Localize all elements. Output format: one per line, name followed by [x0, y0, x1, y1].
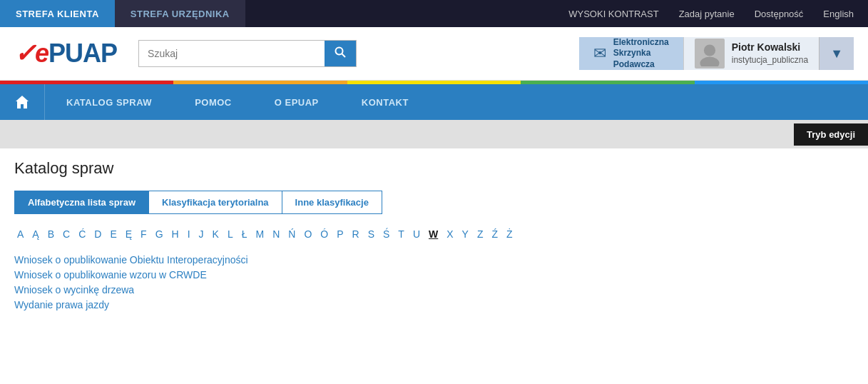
alpha-Ó[interactable]: Ó [317, 227, 331, 241]
logo[interactable]: ✓ePUAP [14, 39, 117, 69]
svg-point-2 [704, 44, 715, 56]
user-role: instytucja_publiczna [732, 54, 808, 66]
content-area: Tryb edycji Katalog spraw Alfabetyczna l… [0, 120, 868, 321]
alpha-Ę[interactable]: Ę [123, 227, 135, 241]
mailbox-icon: ✉ [593, 44, 606, 63]
alpha-Ł[interactable]: Ł [239, 227, 250, 241]
nav-kontakt[interactable]: KONTAKT [340, 84, 430, 120]
nav-katalog-spraw[interactable]: KATALOG SPRAW [45, 84, 173, 120]
mailbox-line1: Elektroniczna [613, 37, 669, 49]
alpha-H[interactable]: H [169, 227, 182, 241]
header-right: ✉ Elektroniczna Skrzynka Podawcza Piotr … [579, 37, 854, 71]
svg-marker-4 [16, 96, 29, 108]
edit-mode-button[interactable]: Tryb edycji [794, 123, 868, 146]
wysoki-kontrast-link[interactable]: WYSOKI KONTRAST [568, 9, 658, 19]
alpha-W[interactable]: W [426, 227, 441, 241]
tabs: Alfabetyczna lista spraw Klasyfikacja te… [14, 191, 854, 214]
top-bar-right: WYSOKI KONTRAST Zadaj pytanie Dostępność… [568, 0, 868, 27]
list-item[interactable]: Wydanie prawa jazdy [14, 299, 854, 310]
nav-o-epuap[interactable]: O ePUAP [253, 84, 340, 120]
search-input[interactable] [139, 42, 325, 65]
alpha-X[interactable]: X [444, 227, 456, 241]
nav-pomoc[interactable]: POMOC [173, 84, 253, 120]
alpha-I[interactable]: I [185, 227, 193, 241]
mailbox-line2: Skrzynka [613, 48, 669, 59]
alpha-N[interactable]: N [270, 227, 282, 241]
alpha-O[interactable]: O [301, 227, 315, 241]
english-link[interactable]: English [823, 9, 854, 19]
avatar-icon [697, 41, 723, 66]
header: ✓ePUAP ✉ Elektroniczna Skrzynka Podawcza [0, 27, 868, 81]
alpha-Ć[interactable]: Ć [76, 227, 88, 241]
tab-terytorialna[interactable]: Klasyfikacja terytorialna [149, 191, 282, 214]
alpha-B[interactable]: B [45, 227, 57, 241]
alpha-D[interactable]: D [91, 227, 104, 241]
alpha-Ń[interactable]: Ń [285, 227, 298, 241]
zadaj-pytanie-link[interactable]: Zadaj pytanie [679, 9, 735, 19]
alpha-A[interactable]: A [14, 227, 26, 241]
alpha-F[interactable]: F [138, 227, 150, 241]
tab-strefa-urzednika[interactable]: STREFA URZĘDNIKA [115, 0, 245, 27]
alpha-K[interactable]: K [210, 227, 222, 241]
main-nav: KATALOG SPRAW POMOC O ePUAP KONTAKT [0, 84, 868, 120]
top-bar: STREFA KLIENTA STREFA URZĘDNIKA WYSOKI K… [0, 0, 868, 27]
search-button[interactable] [325, 41, 356, 66]
logo-e: ✓e [14, 39, 48, 68]
mailbox-line3: Podawcza [613, 59, 669, 71]
list-item[interactable]: Wniosek o opublikowanie wzoru w CRWDE [14, 269, 854, 281]
alpha-T[interactable]: T [395, 227, 407, 241]
tab-alfabetyczna[interactable]: Alfabetyczna lista spraw [14, 191, 149, 214]
alpha-J[interactable]: J [196, 227, 207, 241]
avatar [695, 39, 725, 69]
alpha-Z[interactable]: Z [474, 227, 486, 241]
logo-text: ✓ePUAP [14, 39, 117, 69]
alpha-S[interactable]: S [365, 227, 377, 241]
search-icon [335, 46, 346, 58]
svg-point-0 [336, 48, 343, 55]
search-box [138, 40, 357, 67]
alpha-L[interactable]: L [225, 227, 236, 241]
alpha-P[interactable]: P [334, 227, 346, 241]
user-name: Piotr Kowalski [732, 41, 808, 55]
alpha-U[interactable]: U [410, 227, 423, 241]
alpha-R[interactable]: R [349, 227, 362, 241]
alpha-G[interactable]: G [153, 227, 166, 241]
list-item[interactable]: Wniosek o wycinkę drzewa [14, 284, 854, 295]
alpha-Ą[interactable]: Ą [29, 227, 41, 241]
tab-strefa-klienta[interactable]: STREFA KLIENTA [0, 0, 115, 27]
user-area[interactable]: Piotr Kowalski instytucja_publiczna [683, 37, 819, 71]
top-bar-left: STREFA KLIENTA STREFA URZĘDNIKA [0, 0, 245, 27]
alpha-C[interactable]: C [60, 227, 73, 241]
svg-point-3 [700, 57, 719, 67]
list-items: Wniosek o opublikowanie Obiektu Interope… [14, 254, 854, 310]
dostepnosc-link[interactable]: Dostępność [755, 9, 804, 19]
list-item[interactable]: Wniosek o opublikowanie Obiektu Interope… [14, 254, 854, 266]
mailbox[interactable]: ✉ Elektroniczna Skrzynka Podawcza [579, 37, 683, 71]
alpha-Ź[interactable]: Ź [489, 227, 501, 241]
alpha-E[interactable]: E [107, 227, 119, 241]
svg-line-1 [342, 54, 346, 58]
edit-bar: Tryb edycji [0, 120, 868, 148]
alphabet-bar: AĄBCĆDEĘFGHIJKLŁMNŃOÓPRSŚTUWXYZŹŻ [14, 227, 854, 241]
alpha-Y[interactable]: Y [459, 227, 471, 241]
page-title: Katalog spraw [14, 159, 854, 178]
home-icon [14, 94, 30, 110]
nav-home-button[interactable] [0, 84, 45, 120]
alpha-M[interactable]: M [253, 227, 267, 241]
user-dropdown-arrow[interactable]: ▼ [819, 37, 854, 71]
alpha-Ż[interactable]: Ż [504, 227, 516, 241]
tab-inne[interactable]: Inne klasyfikacje [282, 191, 382, 214]
page-content: Katalog spraw Alfabetyczna lista spraw K… [0, 148, 868, 321]
alpha-Ś[interactable]: Ś [380, 227, 392, 241]
mailbox-text: Elektroniczna Skrzynka Podawcza [613, 37, 669, 71]
user-info: Piotr Kowalski instytucja_publiczna [732, 41, 808, 66]
